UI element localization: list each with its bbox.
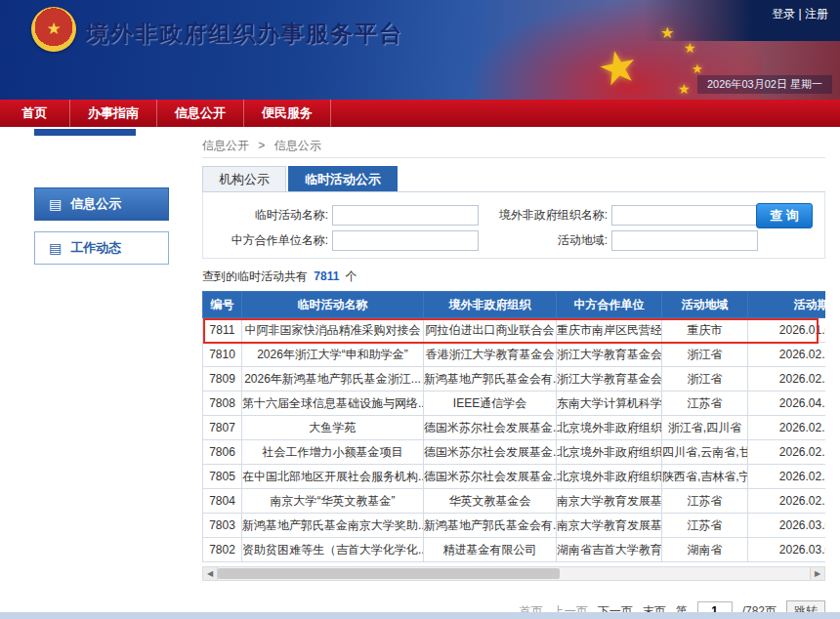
results-table: 编号临时活动名称境外非政府组织中方合作单位活动地域活动期限 7811中阿非国家快…: [202, 291, 825, 562]
sidebar-item-info-publicity[interactable]: ▤ 信息公示: [34, 187, 169, 221]
table-cell: 7806: [203, 440, 242, 465]
search-row: 临时活动名称: 境外非政府组织名称:: [213, 205, 815, 226]
table-cell: 2026.03.01-20: [748, 514, 826, 538]
table-cell: 2026.02.15-20: [748, 440, 826, 465]
search-button[interactable]: 查 询: [756, 203, 813, 228]
column-header: 临时活动名称: [242, 292, 424, 318]
table-cell: 新鸿基地产郭氏基金会有...: [424, 514, 557, 538]
table-row[interactable]: 7811中阿非国家快消品精准采购对接会阿拉伯进出口商业联合会重庆市南岸区民营经.…: [203, 318, 826, 343]
table-cell: 德国米苏尔社会发展基金...: [424, 465, 557, 489]
table-cell: 德国米苏尔社会发展基金...: [424, 440, 557, 465]
nav-item-info-disclosure[interactable]: 信息公开: [157, 100, 244, 127]
flag-star-icon: ★: [692, 62, 703, 75]
table-cell: 7810: [203, 343, 242, 367]
results-table-wrapper: 编号临时活动名称境外非政府组织中方合作单位活动地域活动期限 7811中阿非国家快…: [202, 291, 825, 562]
table-cell: 浙江省: [662, 367, 748, 392]
table-cell: 德国米苏尔社会发展基金...: [424, 416, 557, 440]
field-label-partner-name: 中方合作单位名称:: [213, 232, 328, 249]
table-cell: 新鸿基地产郭氏基金会有...: [424, 367, 557, 392]
table-cell: 北京境外非政府组织...: [557, 416, 662, 440]
table-row[interactable]: 78092026年新鸿基地产郭氏基金浙江...新鸿基地产郭氏基金会有...浙江大…: [203, 367, 826, 392]
login-link[interactable]: 登录: [772, 7, 795, 21]
site-title: 境外非政府组织办事服务平台: [86, 19, 403, 49]
table-row[interactable]: 7807大鱼学苑德国米苏尔社会发展基金...北京境外非政府组织...浙江省,四川…: [203, 416, 826, 440]
table-cell: 重庆市南岸区民营经...: [557, 318, 662, 343]
table-cell: 2026.02.15-20: [748, 465, 826, 489]
scroll-right-arrow-icon[interactable]: ▶: [810, 567, 824, 580]
table-cell: 浙江大学教育基金会: [557, 343, 662, 367]
table-cell: 2026年新鸿基地产郭氏基金浙江...: [242, 367, 424, 392]
table-cell: 东南大学计算机科学...: [557, 392, 662, 416]
table-cell: 重庆市: [662, 318, 748, 343]
horizontal-scrollbar[interactable]: ◀ ▶: [202, 566, 825, 581]
table-cell: 江苏省: [662, 514, 748, 538]
column-header: 境外非政府组织: [424, 292, 557, 318]
breadcrumb-section[interactable]: 信息公开: [202, 139, 249, 152]
document-icon: ▤: [49, 196, 62, 212]
table-cell: 香港浙江大学教育基金会: [424, 343, 557, 367]
table-cell: 7805: [203, 465, 242, 489]
table-cell: 阿拉伯进出口商业联合会: [424, 318, 557, 343]
table-cell: 7802: [203, 538, 242, 562]
auth-links: 登录 | 注册: [772, 6, 828, 22]
scroll-left-arrow-icon[interactable]: ◀: [203, 567, 218, 580]
document-icon: ▤: [49, 240, 62, 256]
table-cell: 2026.04.21-20: [748, 392, 826, 416]
tab-institution-publicity[interactable]: 机构公示: [202, 166, 286, 191]
sidebar-item-work-dynamics[interactable]: ▤ 工作动态: [34, 231, 169, 265]
activity-region-input[interactable]: [611, 230, 758, 251]
flag-star-icon: ★: [660, 25, 674, 41]
result-count: 7811: [314, 269, 339, 283]
table-cell: 新鸿基地产郭氏基金南京大学奖助...: [242, 514, 424, 538]
table-cell: 7807: [203, 416, 242, 440]
table-cell: 资助贫困难等生（吉首大学化学化...: [242, 538, 424, 562]
table-cell: 2026.02.28-20: [748, 489, 826, 514]
table-cell: 南京大学教育发展基...: [557, 514, 662, 538]
table-row[interactable]: 7806社会工作增力小额基金项目德国米苏尔社会发展基金...北京境外非政府组织.…: [203, 440, 826, 465]
field-label-activity-name: 临时活动名称:: [213, 207, 328, 224]
footer-strip: [0, 612, 840, 619]
ngo-name-input[interactable]: [611, 205, 758, 226]
nav-item-services[interactable]: 便民服务: [244, 100, 331, 127]
table-cell: 陕西省,吉林省,宁...: [662, 465, 748, 489]
table-cell: 浙江省,四川省: [662, 416, 748, 440]
table-cell: 第十六届全球信息基础设施与网络...: [242, 392, 424, 416]
table-cell: 北京境外非政府组织...: [557, 465, 662, 489]
table-cell: 南京大学“华英文教基金”: [242, 489, 424, 514]
result-summary: 查到的临时活动共有 7811 个: [202, 268, 825, 285]
table-cell: 南京大学教育发展基...: [557, 489, 662, 514]
search-row: 中方合作单位名称: 活动地域:: [213, 230, 815, 251]
activity-name-input[interactable]: [332, 205, 479, 226]
breadcrumb: 信息公开 > 信息公示: [202, 133, 825, 158]
table-cell: 湖南省吉首大学教育...: [557, 538, 662, 562]
table-row[interactable]: 78102026年浙江大学“申和助学金”香港浙江大学教育基金会浙江大学教育基金会…: [203, 343, 826, 367]
scrollbar-thumb[interactable]: [218, 568, 560, 579]
table-cell: 大鱼学苑: [242, 416, 424, 440]
table-cell: IEEE通信学会: [424, 392, 557, 416]
table-row[interactable]: 7802资助贫困难等生（吉首大学化学化...精进基金有限公司湖南省吉首大学教育.…: [203, 538, 826, 562]
flag-star-icon: ★: [684, 41, 696, 55]
table-cell: 精进基金有限公司: [424, 538, 557, 562]
nav-item-home[interactable]: 首页: [0, 100, 70, 127]
table-row[interactable]: 7805在中国北部地区开展社会服务机构...德国米苏尔社会发展基金...北京境外…: [203, 465, 826, 489]
table-cell: 7808: [203, 392, 242, 416]
search-panel: 临时活动名称: 境外非政府组织名称: 中方合作单位名称: 活动地域: 查 询: [202, 192, 825, 259]
auth-separator: |: [799, 7, 802, 21]
column-header: 活动地域: [662, 292, 748, 318]
table-cell: 7811: [203, 318, 242, 343]
nav-item-guide[interactable]: 办事指南: [70, 100, 157, 127]
partner-name-input[interactable]: [332, 230, 479, 251]
table-cell: 江苏省: [662, 392, 748, 416]
table-cell: 华英文教基金会: [424, 489, 557, 514]
sidebar: ▤ 信息公示 ▤ 工作动态: [34, 187, 169, 275]
table-row[interactable]: 7804南京大学“华英文教基金”华英文教基金会南京大学教育发展基...江苏省20…: [203, 489, 826, 514]
table-cell: 7804: [203, 489, 242, 514]
register-link[interactable]: 注册: [805, 7, 828, 21]
table-row[interactable]: 7808第十六届全球信息基础设施与网络...IEEE通信学会东南大学计算机科学.…: [203, 392, 826, 416]
result-suffix: 个: [346, 269, 357, 283]
tab-temporary-activity-publicity[interactable]: 临时活动公示: [288, 166, 398, 191]
table-row[interactable]: 7803新鸿基地产郭氏基金南京大学奖助...新鸿基地产郭氏基金会有...南京大学…: [203, 514, 826, 538]
table-cell: 2026.01.01-20: [748, 318, 826, 343]
table-cell: 7809: [203, 367, 242, 392]
table-cell: 中阿非国家快消品精准采购对接会: [242, 318, 424, 343]
